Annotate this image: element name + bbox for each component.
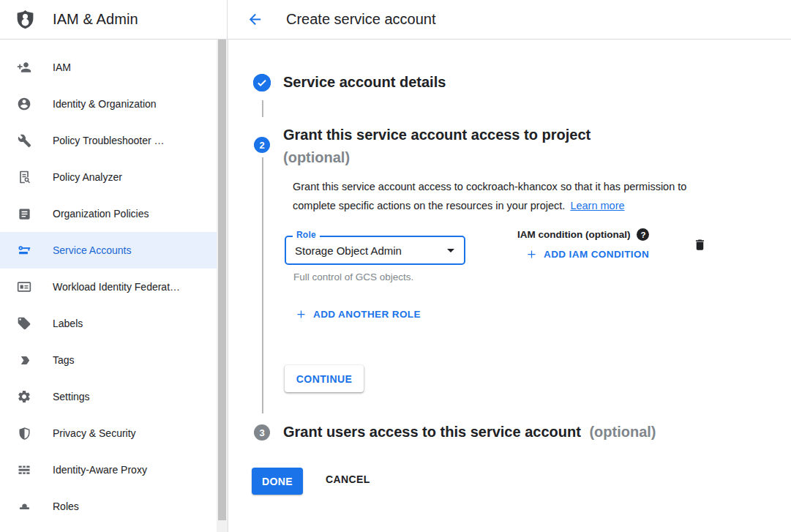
sidebar-item-label: Policy Analyzer	[53, 171, 122, 183]
add-iam-condition-label: ADD IAM CONDITION	[544, 249, 649, 260]
help-icon[interactable]: ?	[637, 228, 649, 241]
step2-optional-text: (optional)	[283, 146, 591, 169]
product-title: IAM & Admin	[53, 11, 138, 28]
back-button[interactable]	[246, 11, 263, 29]
plus-icon	[526, 249, 537, 260]
top-bar: IAM & Admin Create service account	[0, 0, 791, 40]
sidebar-item-label: Organization Policies	[53, 208, 149, 220]
sidebar-item-settings[interactable]: Settings	[0, 378, 217, 415]
sidebar-item-tags[interactable]: Tags	[0, 342, 217, 378]
delete-role-button[interactable]	[693, 237, 707, 252]
check-icon	[253, 74, 271, 91]
proxy-icon	[16, 462, 32, 478]
trash-icon	[693, 237, 707, 252]
add-iam-condition-button[interactable]: ADD IAM CONDITION	[526, 249, 649, 260]
service-account-key-icon	[16, 242, 32, 258]
iam-shield-person-icon	[15, 8, 36, 31]
cancel-button[interactable]: CANCEL	[326, 473, 370, 485]
chevron-down-icon	[442, 241, 460, 259]
role-select[interactable]: Role Storage Object Admin	[285, 236, 465, 265]
done-button[interactable]: DONE	[252, 468, 303, 495]
sidebar-item-privacy-security[interactable]: Privacy & Security	[0, 415, 217, 452]
sidebar-item-policy-analyzer[interactable]: Policy Analyzer	[0, 159, 217, 195]
sidebar-item-label: Privacy & Security	[53, 427, 136, 439]
wrench-icon	[16, 132, 32, 149]
iam-condition-label: IAM condition (optional) ?	[517, 228, 649, 241]
sidebar-item-policy-troubleshooter[interactable]: Policy Troubleshooter …	[0, 122, 217, 159]
account-circle-icon	[16, 96, 32, 112]
role-select-value: Storage Object Admin	[295, 244, 402, 257]
person-add-icon	[16, 59, 32, 75]
sidebar-item-identity-aware-proxy[interactable]: Identity-Aware Proxy	[0, 452, 217, 488]
sidebar-item-labels[interactable]: Labels	[0, 305, 217, 342]
sidebar-item-label: Identity & Organization	[53, 98, 157, 110]
add-another-role-label: ADD ANOTHER ROLE	[313, 309, 421, 320]
sidebar-item-label: Service Accounts	[53, 244, 131, 256]
sidebar-item-service-accounts[interactable]: Service Accounts	[0, 232, 217, 269]
page-header: Create service account	[228, 0, 436, 39]
step2-number-badge: 2	[254, 137, 270, 153]
sidebar-item-label: Tags	[53, 354, 75, 366]
arrow-back-icon	[247, 11, 263, 28]
step2-title-text: Grant this service account access to pro…	[283, 124, 591, 146]
role-select-label: Role	[293, 230, 320, 240]
page-title: Create service account	[286, 11, 436, 28]
gear-icon	[16, 389, 32, 405]
create-service-account-panel: Service account details 2 Grant this ser…	[228, 40, 791, 532]
add-another-role-button[interactable]: ADD ANOTHER ROLE	[296, 309, 421, 320]
step3-number: 3	[259, 427, 264, 438]
sidebar-item-roles[interactable]: Roles	[0, 488, 217, 525]
label-tag-icon	[16, 315, 32, 331]
sidebar-item-label: Workload Identity Federat…	[53, 281, 180, 293]
step-connector	[262, 157, 263, 413]
continue-button[interactable]: CONTINUE	[285, 365, 364, 392]
sidebar-item-label: Labels	[53, 318, 83, 329]
shield-half-icon	[16, 425, 32, 441]
identity-card-icon	[16, 279, 32, 295]
sidebar-item-label: IAM	[53, 61, 71, 73]
step3-optional-text: (optional)	[589, 424, 656, 440]
step1-title: Service account details	[283, 74, 446, 91]
plus-icon	[296, 309, 307, 320]
step2-title: Grant this service account access to pro…	[283, 124, 591, 169]
step2-description-text: Grant this service account access to coc…	[293, 181, 686, 211]
step3-title: Grant users access to this service accou…	[283, 424, 656, 441]
step2-number: 2	[259, 140, 264, 151]
policy-analyzer-icon	[16, 169, 32, 185]
sidebar-scrollbar-thumb[interactable]	[218, 40, 226, 520]
learn-more-link[interactable]: Learn more	[570, 200, 624, 211]
sidebar-item-organization-policies[interactable]: Organization Policies	[0, 195, 217, 232]
tag-arrow-icon	[16, 352, 32, 368]
sidebar-scrollbar-track	[217, 40, 228, 532]
sidebar-nav: IAM Identity & Organization Policy Troub…	[0, 40, 217, 532]
sidebar-item-label: Roles	[53, 501, 79, 512]
sidebar-item-label: Identity-Aware Proxy	[53, 464, 147, 476]
step3-title-text: Grant users access to this service accou…	[283, 424, 581, 440]
step1-complete-badge	[253, 74, 271, 91]
sidebar-item-workload-identity-federation[interactable]: Workload Identity Federat…	[0, 269, 217, 305]
sidebar-item-identity-organization[interactable]: Identity & Organization	[0, 86, 217, 122]
step-connector	[262, 100, 263, 117]
hat-icon	[16, 498, 32, 514]
sidebar-item-label: Policy Troubleshooter …	[53, 135, 165, 146]
role-helper-text: Full control of GCS objects.	[293, 271, 413, 282]
iam-condition-label-text: IAM condition (optional)	[517, 229, 630, 240]
document-list-icon	[16, 206, 32, 222]
sidebar-item-iam[interactable]: IAM	[0, 49, 217, 86]
step2-description: Grant this service account access to coc…	[293, 178, 732, 215]
sidebar-item-label: Settings	[53, 391, 90, 402]
step3-number-badge: 3	[254, 424, 270, 441]
product-header: IAM & Admin	[0, 0, 228, 39]
